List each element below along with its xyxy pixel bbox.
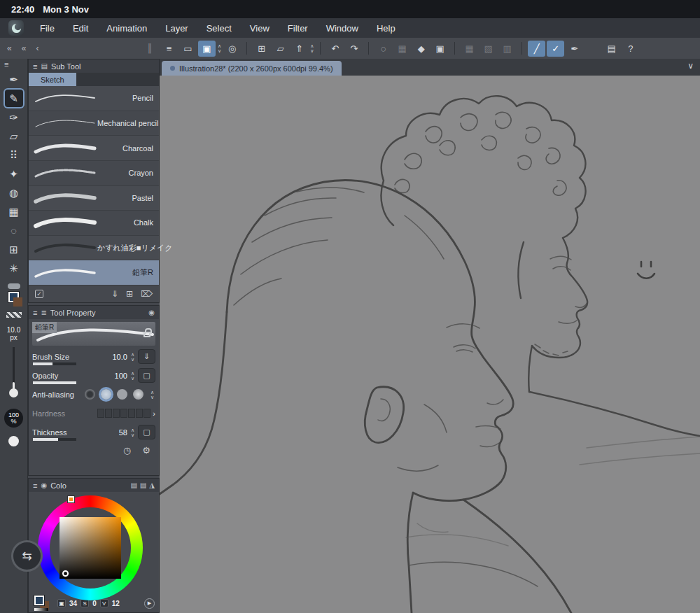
app-logo-icon[interactable]: [8, 20, 24, 36]
file-stepper[interactable]: ∧∨: [310, 43, 314, 53]
onion-skin-icon[interactable]: ▨: [479, 41, 497, 57]
color-tab-b-icon[interactable]: ▤: [140, 481, 146, 489]
anti-alias-none-option[interactable]: [85, 389, 95, 400]
rotate-reset-icon[interactable]: ◎: [223, 41, 241, 57]
menu-help[interactable]: Help: [368, 18, 405, 38]
import-subtool-icon[interactable]: ⇓: [111, 289, 118, 299]
opacity-value[interactable]: 100: [108, 372, 127, 380]
timeline-icon[interactable]: ▥: [498, 41, 516, 57]
menu-layer[interactable]: Layer: [156, 18, 197, 38]
anti-alias-strong-option[interactable]: [133, 389, 144, 400]
collapse-back-icon[interactable]: ‹: [36, 43, 38, 53]
menu-file[interactable]: File: [31, 18, 64, 38]
color-tab-c-icon[interactable]: ◮: [149, 481, 155, 489]
opacity-dynamics-button[interactable]: ▢: [138, 368, 155, 383]
thickness-dynamics-button[interactable]: ▢: [138, 425, 155, 439]
zoom-stepper[interactable]: ∧∨: [218, 43, 221, 53]
menu-window[interactable]: Window: [317, 18, 368, 38]
detail-settings-icon[interactable]: ⚙: [142, 445, 150, 456]
toolstrip-menu-icon[interactable]: ≡: [4, 60, 8, 69]
figure-tool[interactable]: ▦: [5, 203, 23, 220]
lock-icon[interactable]: [144, 332, 150, 337]
show-all-checkbox[interactable]: ✓: [35, 290, 43, 298]
color-menu-icon[interactable]: ≡: [33, 481, 37, 490]
undo-icon[interactable]: ↶: [326, 41, 344, 57]
toolprop-pin-icon[interactable]: ◉: [148, 309, 155, 316]
brush-row-mechanical-pencil[interactable]: Mechanical pencil: [29, 111, 159, 136]
brush-row-crayon[interactable]: Crayon: [29, 161, 159, 186]
group-tab-sketch[interactable]: Sketch: [29, 73, 76, 86]
window-view-icon[interactable]: ▣: [198, 41, 216, 57]
anti-alias-medium-option[interactable]: [117, 389, 127, 400]
thickness-value[interactable]: 58: [108, 428, 127, 437]
vector-snap-icon[interactable]: ╱: [528, 41, 545, 57]
hardness-expand-icon[interactable]: ›: [153, 409, 155, 418]
subtool-menu-icon[interactable]: ≡: [33, 62, 37, 71]
collapse-all-icon[interactable]: «: [7, 43, 12, 53]
snap-special-icon[interactable]: ▦: [393, 41, 411, 57]
slider-handle[interactable]: [9, 388, 18, 397]
document-tab[interactable]: Illustration28* (2200 x 2600px 600dpi 99…: [162, 61, 342, 76]
rotate-canvas-button[interactable]: ⇆: [11, 540, 43, 572]
symmetry-icon[interactable]: ◆: [412, 41, 430, 57]
drawing-canvas[interactable]: [160, 76, 700, 613]
brush-row-charcoal[interactable]: Charcoal: [29, 136, 159, 161]
eraser-tool[interactable]: ▱: [5, 127, 23, 145]
opacity-readout[interactable]: 100%: [4, 409, 23, 428]
pen-pressure-icon[interactable]: ✒: [566, 41, 583, 57]
grid-icon[interactable]: ▦: [461, 41, 478, 57]
anti-alias-weak-option[interactable]: [101, 389, 111, 400]
opacity-bar[interactable]: [33, 381, 76, 384]
hardness-segments[interactable]: [97, 409, 150, 418]
main-color-swatch[interactable]: [34, 596, 44, 605]
menu-filter[interactable]: Filter: [279, 18, 317, 38]
pencil-tool[interactable]: ✎: [5, 90, 23, 107]
toolprop-menu-icon[interactable]: ≡: [33, 309, 37, 317]
menu-select[interactable]: Select: [197, 18, 241, 38]
value-gradient-strip[interactable]: [34, 608, 48, 611]
restore-defaults-icon[interactable]: ◷: [123, 445, 131, 456]
anti-alias-stepper[interactable]: ∧∨: [150, 390, 154, 400]
brush-tool[interactable]: ✑: [5, 108, 23, 126]
brush-size-bar[interactable]: [33, 362, 76, 365]
export-icon[interactable]: ⇑: [290, 41, 308, 57]
add-subtool-icon[interactable]: ⊞: [126, 289, 133, 299]
sv-handle[interactable]: [62, 570, 69, 577]
frame-border-icon[interactable]: ▣: [431, 41, 449, 57]
opacity-dot[interactable]: [8, 436, 19, 446]
open-file-icon[interactable]: ▱: [272, 41, 289, 57]
brush-size-slider[interactable]: [13, 347, 15, 385]
decoration-tool[interactable]: ✦: [5, 165, 23, 183]
brush-row-kasure-oil[interactable]: かすれ油彩■リメイク: [29, 236, 159, 261]
menu-animation[interactable]: Animation: [97, 18, 156, 38]
redo-icon[interactable]: ↷: [345, 41, 363, 57]
brush-row-pastel[interactable]: Pastel: [29, 186, 159, 211]
airbrush-tool[interactable]: ⠿: [5, 146, 23, 164]
brush-size-value[interactable]: 10.0: [108, 353, 127, 361]
move-tool[interactable]: ⊞: [5, 241, 23, 258]
color-tab-a-icon[interactable]: ▤: [130, 481, 136, 489]
hue-marker[interactable]: [68, 496, 74, 502]
fit-screen-icon[interactable]: ▭: [179, 41, 197, 57]
toolbar-menu-icon[interactable]: ≡: [160, 41, 178, 57]
brush-size-stepper[interactable]: ∧∨: [131, 352, 134, 362]
panel-grip[interactable]: ║: [146, 43, 153, 53]
new-canvas-icon[interactable]: ⊞: [253, 41, 270, 57]
thickness-stepper[interactable]: ∧∨: [131, 428, 134, 437]
correction-tool[interactable]: ✳: [5, 260, 23, 277]
delete-subtool-icon[interactable]: ⌦: [141, 289, 153, 299]
snap-ruler-icon[interactable]: ◌: [374, 41, 392, 57]
opacity-stepper[interactable]: ∧∨: [131, 371, 134, 381]
marker-pen-tool[interactable]: ✒: [5, 71, 23, 88]
blend-tool[interactable]: ◍: [5, 184, 23, 202]
tab-list-chevron-icon[interactable]: ∨: [687, 61, 694, 71]
help-icon[interactable]: ?: [622, 41, 639, 57]
menu-edit[interactable]: Edit: [64, 18, 97, 38]
brush-size-source-button[interactable]: ⇓: [138, 349, 155, 364]
brush-row-chalk[interactable]: Chalk: [29, 211, 159, 236]
brush-row-enpitsu-r[interactable]: 鉛筆R: [29, 260, 159, 286]
shortcut-bar-icon[interactable]: ▤: [603, 41, 620, 57]
sub-color-swatch[interactable]: [13, 297, 22, 306]
thickness-bar[interactable]: [33, 438, 76, 441]
saturation-value-square[interactable]: [59, 517, 121, 579]
